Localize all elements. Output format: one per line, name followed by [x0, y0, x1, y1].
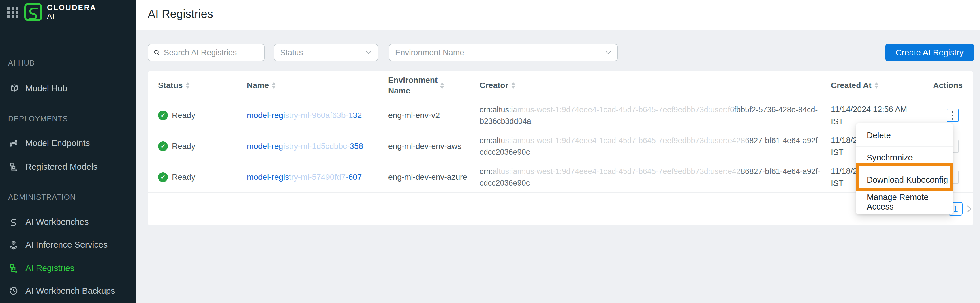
environment-cell: eng-ml-env-v2 [388, 111, 480, 120]
sidebar-item-registered-models[interactable]: Registered Models [0, 158, 135, 176]
status-text: Ready [172, 111, 195, 120]
pagination-next-button[interactable] [963, 203, 975, 215]
sort-icon[interactable] [272, 82, 276, 89]
creator-cell: crn:altus:iam:us-west-1:9d74eee4-1cad-45… [480, 135, 831, 158]
table-row: ✓ Ready model-registry-ml-1d5cdbbc-358 e… [148, 131, 972, 162]
history-clock-icon [8, 285, 19, 297]
brand-product: AI [47, 12, 96, 21]
hierarchy-icon [8, 161, 19, 172]
table-row: ✓ Ready model-registry-ml-57490fd7-607 e… [148, 162, 972, 193]
registries-table: Status Name Environment Name [148, 71, 972, 225]
cube-icon [8, 83, 19, 94]
sidebar-item-label: Registered Models [25, 162, 97, 172]
column-header-status[interactable]: Status [158, 80, 247, 91]
sidebar-item-label: AI Workbenches [25, 217, 89, 227]
hierarchy-icon [8, 263, 19, 274]
status-select-placeholder: Status [280, 48, 303, 57]
registry-name-link[interactable]: model-registry-ml-1d5cdbbc-358 [247, 142, 363, 151]
sidebar-item-ai-registries[interactable]: AI Registries [0, 259, 135, 277]
chevron-down-icon [366, 51, 372, 54]
menu-item-download-kubeconfig[interactable]: Download Kubeconfig [856, 169, 953, 191]
sidebar-item-ai-workbench-backups[interactable]: AI Workbench Backups [0, 282, 135, 300]
environment-select-placeholder: Environment Name [395, 48, 465, 57]
actions-cell [933, 109, 972, 122]
sidebar-section-ai-hub: AI HUB [8, 59, 35, 67]
sort-icon[interactable] [186, 82, 190, 89]
actions-dropdown-menu: Delete Synchronize Download Kubeconfig M… [856, 123, 953, 214]
table-row: ✓ Ready model-registry-ml-960af63b-132 e… [148, 100, 972, 131]
brand-name: CLOUDERA [47, 3, 96, 12]
search-input[interactable] [164, 48, 259, 57]
table-header-row: Status Name Environment Name [148, 71, 972, 100]
chevron-down-icon [605, 51, 611, 54]
column-header-name[interactable]: Name [247, 80, 388, 91]
sidebar-section-deployments: DEPLOYMENTS [8, 114, 68, 123]
sidebar-item-label: AI Workbench Backups [25, 286, 115, 296]
status-cell: ✓ Ready [158, 141, 247, 151]
sidebar-item-label: Model Endpoints [25, 138, 90, 148]
brand-text: CLOUDERA AI [47, 3, 96, 21]
kebab-menu-icon[interactable] [947, 109, 959, 122]
sidebar-item-label: AI Registries [25, 263, 75, 273]
name-cell: model-registry-ml-960af63b-132 [247, 111, 388, 120]
sort-icon[interactable] [440, 83, 444, 89]
column-header-created-at[interactable]: Created At [831, 80, 933, 91]
menu-item-manage-remote-access[interactable]: Manage Remote Access [856, 191, 953, 213]
s-curve-icon [8, 217, 19, 227]
registry-name-link[interactable]: model-registry-ml-960af63b-132 [247, 111, 362, 120]
environment-cell: eng-ml-dev-env-aws [388, 142, 480, 151]
menu-item-synchronize[interactable]: Synchronize [856, 147, 953, 169]
status-text: Ready [172, 142, 195, 151]
sort-icon[interactable] [875, 82, 878, 89]
brand-row: CLOUDERA AI [8, 3, 96, 21]
environment-select[interactable]: Environment Name [389, 44, 618, 61]
filter-row: Status Environment Name Create AI Regist… [148, 44, 980, 61]
menu-item-delete[interactable]: Delete [856, 124, 953, 147]
column-header-environment[interactable]: Environment Name [388, 75, 480, 96]
name-cell: model-registry-ml-57490fd7-607 [247, 172, 388, 182]
page-header: AI Registries [135, 0, 980, 30]
main-content: AI Registries Status Environment Name Cr… [135, 0, 980, 303]
column-header-actions: Actions [933, 80, 972, 91]
name-cell: model-registry-ml-1d5cdbbc-358 [247, 142, 388, 151]
check-circle-icon: ✓ [158, 172, 168, 182]
creator-cell: crn:altus:iam:us-west-1:9d74eee4-1cad-45… [480, 166, 831, 189]
cloudera-logo-icon [24, 3, 42, 21]
environment-cell: eng-ml-dev-env-azure [388, 172, 480, 182]
creator-cell: crn:altus:iam:us-west-1:9d74eee4-1cad-45… [480, 104, 831, 127]
gear-layers-icon [8, 239, 19, 250]
search-icon [153, 49, 160, 56]
status-cell: ✓ Ready [158, 110, 247, 120]
sidebar: CLOUDERA AI AI HUB Model Hub DEPLOYMENTS… [0, 0, 135, 303]
sidebar-item-model-hub[interactable]: Model Hub [0, 79, 135, 97]
sidebar-item-label: AI Inference Services [25, 240, 108, 250]
column-header-creator[interactable]: Creator [480, 80, 831, 91]
graph-nodes-icon [8, 138, 19, 148]
sidebar-item-model-endpoints[interactable]: Model Endpoints [0, 134, 135, 152]
chevron-right-icon [966, 204, 972, 213]
check-circle-icon: ✓ [158, 141, 168, 151]
search-box [148, 44, 265, 61]
create-ai-registry-button[interactable]: Create AI Registry [885, 44, 974, 61]
sort-icon[interactable] [511, 82, 515, 89]
check-circle-icon: ✓ [158, 110, 168, 120]
status-select[interactable]: Status [274, 44, 378, 61]
sidebar-section-administration: ADMINISTRATION [8, 193, 76, 202]
page-title: AI Registries [148, 8, 213, 21]
status-text: Ready [172, 172, 195, 182]
sidebar-item-label: Model Hub [25, 83, 67, 93]
registry-name-link[interactable]: model-registry-ml-57490fd7-607 [247, 172, 362, 182]
sidebar-item-ai-workbenches[interactable]: AI Workbenches [0, 213, 135, 231]
status-cell: ✓ Ready [158, 172, 247, 182]
sidebar-item-ai-inference-services[interactable]: AI Inference Services [0, 236, 135, 254]
apps-grid-icon[interactable] [8, 7, 18, 18]
